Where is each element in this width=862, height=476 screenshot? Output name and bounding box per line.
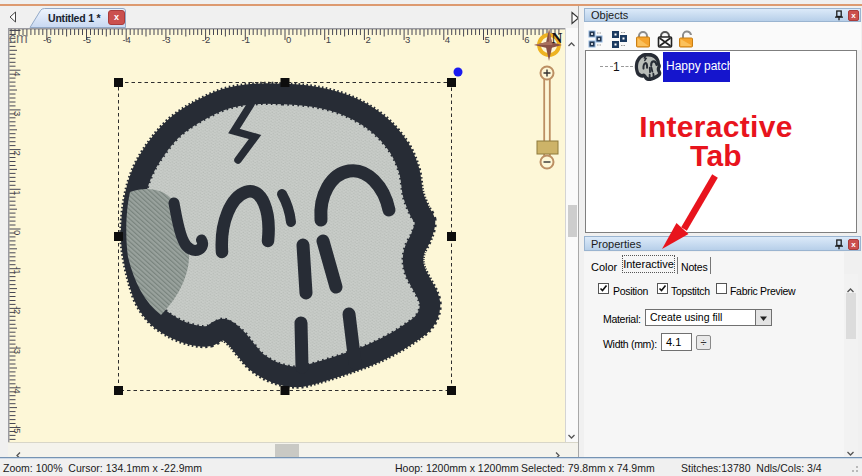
svg-text:5: 5 bbox=[485, 34, 490, 45]
svg-text:1: 1 bbox=[12, 190, 23, 195]
svg-text:-5: -5 bbox=[12, 425, 23, 433]
svg-text:4: 4 bbox=[12, 71, 23, 76]
svg-text:N: N bbox=[552, 30, 563, 46]
svg-text:-3: -3 bbox=[12, 346, 23, 354]
svg-text:-6: -6 bbox=[43, 34, 51, 45]
svg-text:-2: -2 bbox=[12, 306, 23, 314]
svg-text:-1: -1 bbox=[12, 266, 23, 274]
svg-text:-4: -4 bbox=[12, 385, 23, 393]
svg-text:-5: -5 bbox=[83, 34, 91, 45]
svg-text:4: 4 bbox=[445, 34, 450, 45]
svg-text:-2: -2 bbox=[202, 34, 210, 45]
svg-text:0: 0 bbox=[286, 34, 291, 45]
svg-text:-1: -1 bbox=[242, 34, 250, 45]
svg-text:2: 2 bbox=[12, 151, 23, 156]
svg-text:3: 3 bbox=[405, 34, 410, 45]
svg-text:-3: -3 bbox=[162, 34, 170, 45]
svg-text:3: 3 bbox=[12, 111, 23, 116]
svg-text:1: 1 bbox=[326, 34, 331, 45]
svg-text:cm: cm bbox=[9, 30, 28, 46]
svg-text:-4: -4 bbox=[122, 34, 130, 45]
svg-text:2: 2 bbox=[365, 34, 370, 45]
svg-text:0: 0 bbox=[12, 230, 23, 235]
svg-text:6: 6 bbox=[524, 34, 529, 45]
